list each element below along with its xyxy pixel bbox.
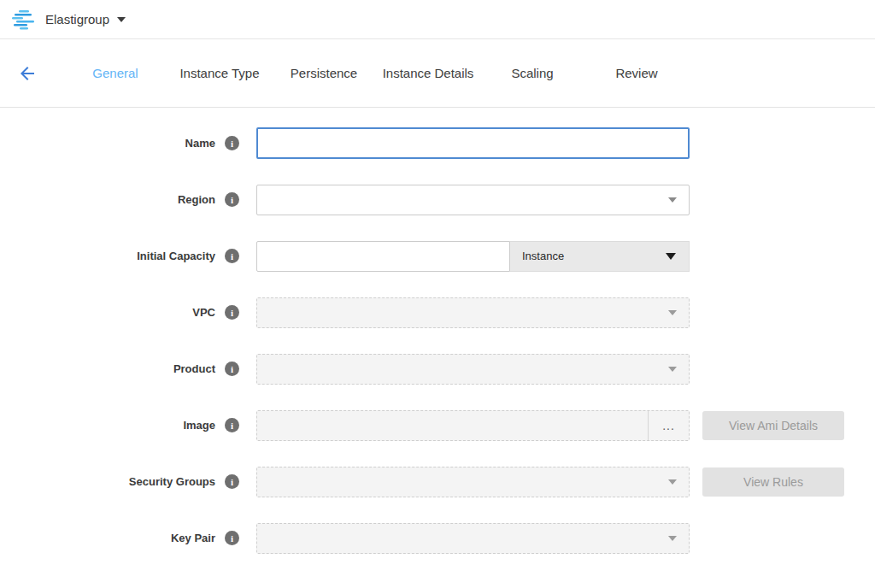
info-icon[interactable]: i bbox=[225, 249, 239, 263]
product-label: Product bbox=[0, 362, 215, 375]
info-icon[interactable]: i bbox=[225, 474, 239, 489]
security-groups-label: Security Groups bbox=[0, 475, 215, 488]
chevron-down-icon bbox=[117, 17, 126, 22]
name-input[interactable] bbox=[256, 127, 690, 159]
chevron-down-icon bbox=[668, 197, 677, 203]
info-icon[interactable]: i bbox=[225, 418, 239, 432]
info-icon[interactable]: i bbox=[225, 192, 239, 207]
region-label: Region bbox=[0, 193, 215, 206]
capacity-unit-select[interactable]: Instance bbox=[510, 241, 690, 272]
chevron-down-icon bbox=[668, 367, 677, 372]
image-picker-field: ... bbox=[256, 410, 690, 441]
wizard-tab-bar: General Instance Type Persistence Instan… bbox=[0, 39, 875, 108]
name-label: Name bbox=[0, 137, 215, 150]
initial-capacity-label: Initial Capacity bbox=[0, 250, 215, 262]
app-switcher[interactable]: Elastigroup bbox=[12, 9, 126, 30]
info-icon[interactable]: i bbox=[225, 362, 239, 376]
product-select[interactable] bbox=[256, 354, 690, 385]
key-pair-label: Key Pair bbox=[0, 532, 215, 544]
form-row-product: Product i bbox=[0, 353, 875, 385]
tab-instance-type[interactable]: Instance Type bbox=[167, 66, 272, 80]
info-icon[interactable]: i bbox=[225, 136, 239, 150]
info-icon[interactable]: i bbox=[225, 531, 239, 545]
chevron-down-icon bbox=[666, 253, 676, 260]
form-row-initial-capacity: Initial Capacity i Instance bbox=[0, 240, 875, 272]
image-browse-button[interactable]: ... bbox=[649, 411, 689, 440]
region-select[interactable] bbox=[256, 185, 690, 215]
tab-scaling[interactable]: Scaling bbox=[480, 66, 584, 80]
general-settings-form: Name i Region i Initial Capacity i Insta… bbox=[0, 108, 875, 554]
view-rules-button[interactable]: View Rules bbox=[702, 467, 844, 497]
image-picker-value bbox=[257, 411, 648, 440]
tab-instance-details[interactable]: Instance Details bbox=[376, 66, 480, 80]
info-icon[interactable]: i bbox=[225, 305, 239, 320]
app-title: Elastigroup bbox=[45, 12, 109, 26]
form-row-security-groups: Security Groups i View Rules bbox=[0, 466, 875, 497]
chevron-down-icon bbox=[668, 536, 677, 541]
form-row-key-pair: Key Pair i bbox=[0, 522, 875, 554]
arrow-back-icon bbox=[17, 63, 38, 84]
form-row-vpc: VPC i bbox=[0, 297, 875, 328]
back-button[interactable] bbox=[15, 62, 39, 85]
form-row-region: Region i bbox=[0, 184, 875, 215]
tab-persistence[interactable]: Persistence bbox=[272, 66, 376, 80]
tab-general[interactable]: General bbox=[63, 66, 167, 80]
key-pair-select[interactable] bbox=[256, 523, 690, 554]
elastigroup-logo-icon bbox=[12, 9, 36, 30]
chevron-down-icon bbox=[668, 310, 677, 315]
form-row-image: Image i ... View Ami Details bbox=[0, 409, 875, 441]
capacity-unit-value: Instance bbox=[522, 250, 564, 262]
vpc-select[interactable] bbox=[256, 297, 690, 328]
top-bar: Elastigroup bbox=[0, 0, 875, 39]
tab-review[interactable]: Review bbox=[584, 66, 689, 80]
initial-capacity-input[interactable] bbox=[256, 241, 510, 272]
form-row-name: Name i bbox=[0, 127, 875, 159]
vpc-label: VPC bbox=[0, 306, 215, 319]
wizard-tabs: General Instance Type Persistence Instan… bbox=[63, 66, 689, 80]
image-label: Image bbox=[0, 419, 215, 432]
chevron-down-icon bbox=[668, 479, 677, 485]
security-groups-select[interactable] bbox=[256, 467, 690, 497]
view-ami-details-button[interactable]: View Ami Details bbox=[702, 411, 844, 440]
